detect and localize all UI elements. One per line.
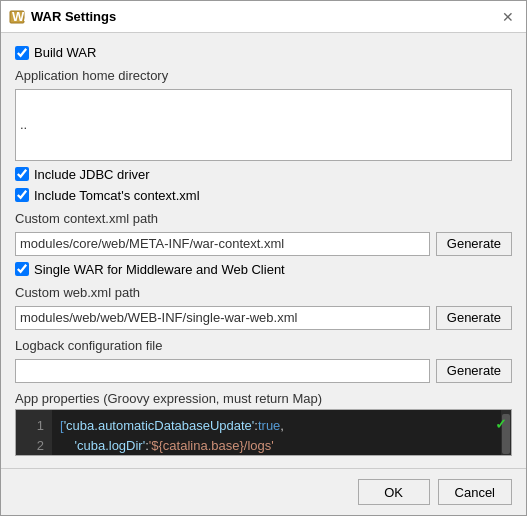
include-jdbc-checkbox[interactable] (15, 167, 29, 181)
single-war-checkbox[interactable] (15, 262, 29, 276)
key-1: 'cuba.automaticDatabaseUpdate' (64, 416, 255, 437)
custom-web-row: Generate (15, 306, 512, 330)
title-bar: WAR WAR Settings ✕ (1, 1, 526, 33)
comma-1: , (280, 416, 284, 437)
custom-context-input[interactable] (15, 232, 430, 256)
generate-logback-button[interactable]: Generate (436, 359, 512, 383)
line-number-2: 2 (24, 436, 44, 456)
key-2: 'cuba.logDir' (74, 436, 145, 455)
close-button[interactable]: ✕ (498, 7, 518, 27)
val-2: '${catalina.base}/logs' (149, 436, 274, 455)
build-war-checkbox[interactable] (15, 46, 29, 60)
window-title: WAR Settings (31, 9, 116, 24)
code-editor[interactable]: 1 2 ['cuba.automaticDatabaseUpdate' : tr… (15, 409, 512, 457)
val-1: true (258, 416, 280, 437)
valid-check-mark: ✓ (495, 416, 507, 432)
ok-button[interactable]: OK (358, 479, 430, 505)
code-content[interactable]: ['cuba.automaticDatabaseUpdate' : true, … (52, 410, 501, 456)
custom-context-label: Custom context.xml path (15, 211, 512, 226)
include-tomcat-label: Include Tomcat's context.xml (34, 188, 200, 203)
build-war-row: Build WAR (15, 45, 512, 60)
app-home-label: Application home directory (15, 68, 512, 83)
logback-row: Generate (15, 359, 512, 383)
custom-context-row: Generate (15, 232, 512, 256)
war-settings-dialog: WAR WAR Settings ✕ Build WAR Application… (0, 0, 527, 516)
svg-text:WAR: WAR (12, 9, 25, 24)
logback-input[interactable] (15, 359, 430, 383)
war-icon: WAR (9, 9, 25, 25)
include-tomcat-checkbox[interactable] (15, 188, 29, 202)
cancel-button[interactable]: Cancel (438, 479, 512, 505)
generate-context-button[interactable]: Generate (436, 232, 512, 256)
single-war-label: Single WAR for Middleware and Web Client (34, 262, 285, 277)
app-properties-label: App properties (Groovy expression, must … (15, 391, 512, 406)
logback-label: Logback configuration file (15, 338, 512, 353)
custom-web-input[interactable] (15, 306, 430, 330)
code-line-1: ['cuba.automaticDatabaseUpdate' : true, (60, 416, 493, 437)
line-numbers: 1 2 (16, 410, 52, 456)
include-tomcat-row: Include Tomcat's context.xml (15, 188, 512, 203)
title-bar-left: WAR WAR Settings (9, 9, 116, 25)
content-area: Build WAR Application home directory Inc… (1, 33, 526, 468)
include-jdbc-row: Include JDBC driver (15, 167, 512, 182)
build-war-label: Build WAR (34, 45, 96, 60)
app-properties-section: App properties (Groovy expression, must … (15, 391, 512, 457)
line-number-1: 1 (24, 416, 44, 437)
app-home-input[interactable] (15, 89, 512, 161)
generate-web-button[interactable]: Generate (436, 306, 512, 330)
footer: OK Cancel (1, 468, 526, 515)
single-war-row: Single WAR for Middleware and Web Client (15, 262, 512, 277)
code-line-2: 'cuba.logDir': '${catalina.base}/logs' (60, 436, 493, 455)
include-jdbc-label: Include JDBC driver (34, 167, 150, 182)
custom-web-label: Custom web.xml path (15, 285, 512, 300)
